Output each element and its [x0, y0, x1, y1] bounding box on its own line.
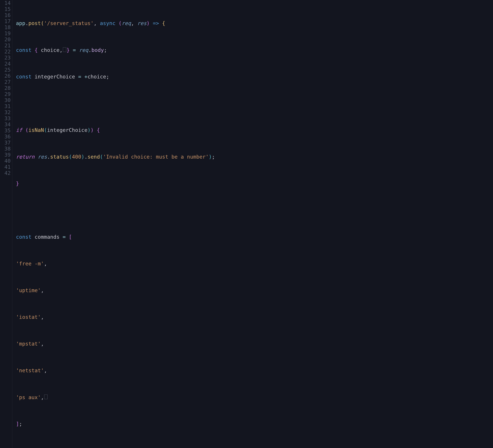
- token-space: [134, 21, 137, 26]
- line-number: 30: [0, 97, 11, 103]
- token-paren: ): [146, 21, 150, 26]
- token-string: 'ps aux': [16, 395, 41, 400]
- code-line[interactable]: 'ps aux',: [16, 394, 493, 401]
- token-operator: +: [84, 74, 87, 79]
- line-number: 17: [0, 18, 11, 24]
- line-number: 28: [0, 85, 11, 91]
- token-identifier: choice: [88, 74, 106, 79]
- token-operator: =: [73, 47, 76, 53]
- token-string: 'iostat': [16, 315, 41, 320]
- token-punct: ,: [59, 47, 63, 53]
- line-number: 38: [0, 146, 11, 152]
- token-space: [115, 21, 118, 26]
- line-number: 14: [0, 0, 11, 6]
- code-line[interactable]: 'iostat',: [16, 315, 493, 320]
- code-line[interactable]: const commands = [: [16, 234, 493, 240]
- token-punct: .: [25, 21, 28, 26]
- token-paren: (: [119, 21, 122, 26]
- code-content[interactable]: app.post('/server_status', async (req, r…: [12, 0, 493, 448]
- whitespace-marker-icon: [63, 47, 66, 52]
- line-number: 29: [0, 91, 11, 97]
- token-keyword: async: [100, 21, 115, 26]
- token-paren: (: [41, 21, 44, 26]
- token-brace: {: [35, 47, 38, 53]
- token-space: [97, 21, 100, 26]
- code-line[interactable]: [16, 101, 493, 107]
- token-keyword: const: [16, 74, 32, 79]
- line-number: 32: [0, 109, 11, 115]
- line-number: 34: [0, 121, 11, 128]
- whitespace-marker-icon: [44, 394, 47, 399]
- line-number: 24: [0, 61, 11, 67]
- code-line[interactable]: const { choice,} = req.body;: [16, 47, 493, 54]
- token-punct: ,: [131, 21, 134, 26]
- code-line[interactable]: }: [16, 181, 493, 187]
- code-line[interactable]: const integerChoice = +choice;: [16, 74, 493, 80]
- token-method: send: [88, 154, 100, 159]
- token-space: [159, 21, 162, 26]
- line-number: 25: [0, 67, 11, 73]
- token-punct: ,: [94, 21, 97, 26]
- code-line[interactable]: return res.status(400).send('Invalid cho…: [16, 154, 493, 160]
- token-keyword: const: [16, 47, 32, 53]
- code-line[interactable]: 'free -m',: [16, 261, 493, 267]
- line-number: 20: [0, 36, 11, 43]
- token-string: 'netstat': [16, 368, 44, 373]
- line-number-gutter: 14 15 16 17 18 19 20 21 22 23 24 25 26 2…: [0, 0, 12, 448]
- token-param: res: [137, 21, 146, 26]
- code-line[interactable]: ];: [16, 421, 493, 427]
- token-method: post: [28, 21, 41, 26]
- line-number: 42: [0, 170, 11, 176]
- token-bracket: ]: [16, 421, 19, 426]
- token-brace: {: [162, 21, 165, 26]
- token-arrow: =>: [153, 21, 159, 26]
- line-number: 23: [0, 55, 11, 61]
- code-line[interactable]: [16, 208, 493, 214]
- token-string: '/server_status': [44, 21, 94, 26]
- token-number: 400: [72, 154, 81, 159]
- token-keyword: if: [16, 128, 22, 133]
- code-line[interactable]: 'mpstat',: [16, 341, 493, 347]
- line-number: 19: [0, 30, 11, 36]
- line-number: 16: [0, 12, 11, 18]
- token-brace: }: [16, 181, 19, 186]
- token-property: body: [91, 47, 104, 53]
- line-number: 35: [0, 128, 11, 133]
- token-identifier: app: [16, 21, 25, 26]
- code-line[interactable]: 'netstat',: [16, 368, 493, 374]
- token-brace: }: [67, 47, 69, 53]
- token-identifier: req: [79, 47, 88, 53]
- code-editor[interactable]: 14 15 16 17 18 19 20 21 22 23 24 25 26 2…: [0, 0, 493, 448]
- line-number: 36: [0, 133, 11, 140]
- line-number: 26: [0, 73, 11, 79]
- token-identifier: integerChoice: [35, 74, 75, 79]
- line-number: 18: [0, 24, 11, 30]
- line-number: 22: [0, 49, 11, 55]
- token-method: status: [50, 154, 69, 159]
- token-identifier: commands: [35, 234, 59, 240]
- token-identifier: choice: [41, 47, 59, 53]
- line-number: 39: [0, 152, 11, 158]
- token-string: 'uptime': [16, 288, 41, 293]
- token-bracket: [: [69, 234, 72, 240]
- line-number: 40: [0, 158, 11, 164]
- code-line[interactable]: app.post('/server_status', async (req, r…: [16, 21, 493, 27]
- token-string: 'Invalid choice: must be a number': [103, 154, 209, 159]
- token-string: 'free -m': [16, 261, 44, 266]
- token-param: req: [122, 21, 131, 26]
- token-space: [150, 21, 153, 26]
- line-number: 33: [0, 115, 11, 121]
- token-string: 'mpstat': [16, 341, 41, 346]
- code-line[interactable]: if (isNaN(integerChoice)) {: [16, 128, 493, 133]
- token-keyword: return: [16, 154, 35, 159]
- line-number: 15: [0, 6, 11, 12]
- line-number: 41: [0, 164, 11, 170]
- token-function: isNaN: [28, 128, 44, 133]
- code-line[interactable]: 'uptime',: [16, 288, 493, 294]
- line-number: 27: [0, 79, 11, 85]
- line-number: 21: [0, 43, 11, 49]
- line-number: 37: [0, 140, 11, 146]
- token-punct: ;: [104, 47, 107, 53]
- line-number: 31: [0, 103, 11, 109]
- token-brace: {: [97, 128, 100, 133]
